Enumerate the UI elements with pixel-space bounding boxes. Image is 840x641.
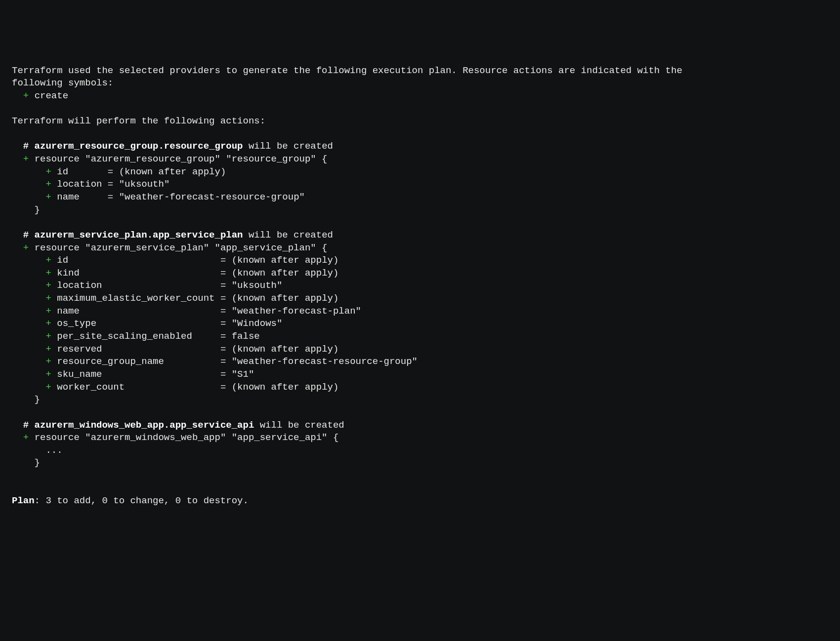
attr-value: (known after apply) — [232, 255, 339, 266]
add-symbol: + — [45, 293, 51, 304]
attr-value: "weather-forecast-resource-group" — [232, 356, 418, 367]
attr-key: worker_count — [57, 382, 214, 393]
add-symbol: + — [45, 382, 51, 393]
attr-key: location — [57, 280, 214, 291]
plan-text: : 3 to add, 0 to change, 0 to destroy. — [35, 495, 249, 506]
attr-value: (known after apply) — [232, 268, 339, 279]
add-symbol: + — [45, 331, 51, 342]
attr-key: sku_name — [57, 369, 214, 380]
add-symbol: + — [45, 268, 51, 279]
create-symbol: + — [23, 90, 29, 101]
attr-value: "uksouth" — [232, 280, 283, 291]
attr-key: reserved — [57, 344, 214, 355]
resource-decl: resource "azurerm_service_plan" "app_ser… — [35, 242, 328, 253]
attr-key: name — [57, 306, 214, 317]
add-symbol: + — [45, 344, 51, 355]
add-symbol: + — [45, 356, 51, 367]
attr-key: id — [57, 166, 102, 177]
ellipsis: ... — [45, 445, 62, 456]
attr-key: kind — [57, 268, 214, 279]
attr-key: maximum_elastic_worker_count — [57, 293, 214, 304]
attr-key: name — [57, 192, 102, 202]
attr-value: (known after apply) — [232, 293, 339, 304]
block-close: } — [35, 457, 40, 468]
resource-blocks: # azurerm_resource_group.resource_group … — [12, 141, 418, 468]
attr-value: "weather-forecast-resource-group" — [119, 192, 305, 202]
resource-comment: # azurerm_resource_group.resource_group — [23, 141, 243, 152]
add-symbol: + — [45, 306, 51, 317]
add-symbol: + — [23, 432, 29, 443]
add-symbol: + — [45, 192, 51, 202]
add-symbol: + — [45, 280, 51, 291]
attr-key: per_site_scaling_enabled — [57, 331, 214, 342]
add-symbol: + — [23, 154, 29, 164]
plan-prefix: Plan — [12, 495, 35, 506]
attr-key: os_type — [57, 318, 214, 329]
resource-decl: resource "azurerm_resource_group" "resou… — [35, 154, 328, 164]
add-symbol: + — [45, 166, 51, 177]
attr-value: "Windows" — [232, 318, 283, 329]
create-label: create — [35, 90, 68, 101]
attr-key: location — [57, 179, 102, 190]
attr-value: false — [232, 331, 260, 342]
attr-value: (known after apply) — [232, 344, 339, 355]
add-symbol: + — [45, 255, 51, 266]
add-symbol: + — [45, 179, 51, 190]
intro-line1: Terraform used the selected providers to… — [12, 65, 682, 76]
terminal-output: Terraform used the selected providers to… — [12, 65, 828, 508]
attr-value: "S1" — [232, 369, 254, 380]
attr-value: (known after apply) — [119, 166, 226, 177]
attr-key: id — [57, 255, 214, 266]
attr-value: "uksouth" — [119, 179, 170, 190]
actions-header: Terraform will perform the following act… — [12, 116, 265, 126]
resource-comment-suffix: will be created — [260, 420, 344, 431]
attr-value: (known after apply) — [232, 382, 339, 393]
add-symbol: + — [45, 318, 51, 329]
add-symbol: + — [23, 242, 29, 253]
attr-key: resource_group_name — [57, 356, 214, 367]
block-close: } — [35, 204, 40, 215]
resource-comment: # azurerm_windows_web_app.app_service_ap… — [23, 420, 254, 431]
attr-value: "weather-forecast-plan" — [232, 306, 361, 317]
resource-comment-suffix: will be created — [249, 141, 333, 152]
resource-comment: # azurerm_service_plan.app_service_plan — [23, 230, 243, 240]
add-symbol: + — [45, 369, 51, 380]
resource-decl: resource "azurerm_windows_web_app" "app_… — [35, 432, 339, 443]
intro-line2: following symbols: — [12, 78, 113, 88]
block-close: } — [35, 394, 40, 405]
resource-comment-suffix: will be created — [249, 230, 333, 240]
